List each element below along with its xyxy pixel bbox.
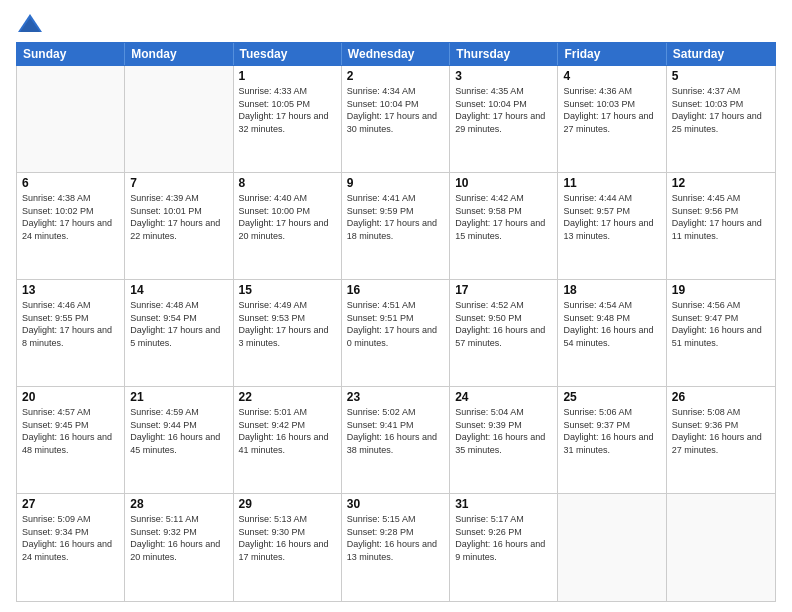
day-number: 13 bbox=[22, 283, 119, 297]
day-number: 28 bbox=[130, 497, 227, 511]
day-number: 26 bbox=[672, 390, 770, 404]
day-cell-18: 18Sunrise: 4:54 AMSunset: 9:48 PMDayligh… bbox=[558, 280, 666, 386]
day-number: 18 bbox=[563, 283, 660, 297]
day-number: 19 bbox=[672, 283, 770, 297]
week-row-4: 20Sunrise: 4:57 AMSunset: 9:45 PMDayligh… bbox=[17, 387, 775, 494]
day-info: Sunrise: 5:01 AMSunset: 9:42 PMDaylight:… bbox=[239, 406, 336, 456]
day-info: Sunrise: 5:06 AMSunset: 9:37 PMDaylight:… bbox=[563, 406, 660, 456]
day-number: 7 bbox=[130, 176, 227, 190]
week-row-5: 27Sunrise: 5:09 AMSunset: 9:34 PMDayligh… bbox=[17, 494, 775, 601]
day-cell-31: 31Sunrise: 5:17 AMSunset: 9:26 PMDayligh… bbox=[450, 494, 558, 601]
day-number: 21 bbox=[130, 390, 227, 404]
empty-cell bbox=[17, 66, 125, 172]
day-number: 10 bbox=[455, 176, 552, 190]
day-cell-9: 9Sunrise: 4:41 AMSunset: 9:59 PMDaylight… bbox=[342, 173, 450, 279]
day-cell-15: 15Sunrise: 4:49 AMSunset: 9:53 PMDayligh… bbox=[234, 280, 342, 386]
empty-cell bbox=[558, 494, 666, 601]
day-info: Sunrise: 5:13 AMSunset: 9:30 PMDaylight:… bbox=[239, 513, 336, 563]
day-cell-2: 2Sunrise: 4:34 AMSunset: 10:04 PMDayligh… bbox=[342, 66, 450, 172]
day-cell-16: 16Sunrise: 4:51 AMSunset: 9:51 PMDayligh… bbox=[342, 280, 450, 386]
day-cell-5: 5Sunrise: 4:37 AMSunset: 10:03 PMDayligh… bbox=[667, 66, 775, 172]
day-cell-23: 23Sunrise: 5:02 AMSunset: 9:41 PMDayligh… bbox=[342, 387, 450, 493]
day-info: Sunrise: 4:51 AMSunset: 9:51 PMDaylight:… bbox=[347, 299, 444, 349]
day-cell-6: 6Sunrise: 4:38 AMSunset: 10:02 PMDayligh… bbox=[17, 173, 125, 279]
day-cell-28: 28Sunrise: 5:11 AMSunset: 9:32 PMDayligh… bbox=[125, 494, 233, 601]
day-number: 4 bbox=[563, 69, 660, 83]
day-number: 12 bbox=[672, 176, 770, 190]
day-info: Sunrise: 4:40 AMSunset: 10:00 PMDaylight… bbox=[239, 192, 336, 242]
day-cell-4: 4Sunrise: 4:36 AMSunset: 10:03 PMDayligh… bbox=[558, 66, 666, 172]
day-number: 23 bbox=[347, 390, 444, 404]
day-cell-17: 17Sunrise: 4:52 AMSunset: 9:50 PMDayligh… bbox=[450, 280, 558, 386]
calendar-header: SundayMondayTuesdayWednesdayThursdayFrid… bbox=[16, 42, 776, 66]
day-number: 17 bbox=[455, 283, 552, 297]
day-info: Sunrise: 4:49 AMSunset: 9:53 PMDaylight:… bbox=[239, 299, 336, 349]
day-cell-26: 26Sunrise: 5:08 AMSunset: 9:36 PMDayligh… bbox=[667, 387, 775, 493]
day-cell-29: 29Sunrise: 5:13 AMSunset: 9:30 PMDayligh… bbox=[234, 494, 342, 601]
day-cell-14: 14Sunrise: 4:48 AMSunset: 9:54 PMDayligh… bbox=[125, 280, 233, 386]
day-info: Sunrise: 4:41 AMSunset: 9:59 PMDaylight:… bbox=[347, 192, 444, 242]
day-info: Sunrise: 4:38 AMSunset: 10:02 PMDaylight… bbox=[22, 192, 119, 242]
day-cell-21: 21Sunrise: 4:59 AMSunset: 9:44 PMDayligh… bbox=[125, 387, 233, 493]
day-cell-10: 10Sunrise: 4:42 AMSunset: 9:58 PMDayligh… bbox=[450, 173, 558, 279]
empty-cell bbox=[125, 66, 233, 172]
day-info: Sunrise: 4:33 AMSunset: 10:05 PMDaylight… bbox=[239, 85, 336, 135]
day-number: 22 bbox=[239, 390, 336, 404]
day-info: Sunrise: 4:37 AMSunset: 10:03 PMDaylight… bbox=[672, 85, 770, 135]
day-info: Sunrise: 4:46 AMSunset: 9:55 PMDaylight:… bbox=[22, 299, 119, 349]
day-cell-7: 7Sunrise: 4:39 AMSunset: 10:01 PMDayligh… bbox=[125, 173, 233, 279]
day-cell-20: 20Sunrise: 4:57 AMSunset: 9:45 PMDayligh… bbox=[17, 387, 125, 493]
day-info: Sunrise: 4:45 AMSunset: 9:56 PMDaylight:… bbox=[672, 192, 770, 242]
calendar: SundayMondayTuesdayWednesdayThursdayFrid… bbox=[16, 42, 776, 602]
header-cell-saturday: Saturday bbox=[667, 43, 775, 65]
day-number: 1 bbox=[239, 69, 336, 83]
day-number: 8 bbox=[239, 176, 336, 190]
day-number: 31 bbox=[455, 497, 552, 511]
day-cell-22: 22Sunrise: 5:01 AMSunset: 9:42 PMDayligh… bbox=[234, 387, 342, 493]
header-cell-friday: Friday bbox=[558, 43, 666, 65]
day-info: Sunrise: 4:44 AMSunset: 9:57 PMDaylight:… bbox=[563, 192, 660, 242]
day-info: Sunrise: 4:39 AMSunset: 10:01 PMDaylight… bbox=[130, 192, 227, 242]
day-info: Sunrise: 4:52 AMSunset: 9:50 PMDaylight:… bbox=[455, 299, 552, 349]
day-cell-27: 27Sunrise: 5:09 AMSunset: 9:34 PMDayligh… bbox=[17, 494, 125, 601]
day-info: Sunrise: 4:48 AMSunset: 9:54 PMDaylight:… bbox=[130, 299, 227, 349]
day-number: 3 bbox=[455, 69, 552, 83]
day-cell-1: 1Sunrise: 4:33 AMSunset: 10:05 PMDayligh… bbox=[234, 66, 342, 172]
day-info: Sunrise: 5:17 AMSunset: 9:26 PMDaylight:… bbox=[455, 513, 552, 563]
day-info: Sunrise: 4:56 AMSunset: 9:47 PMDaylight:… bbox=[672, 299, 770, 349]
day-cell-8: 8Sunrise: 4:40 AMSunset: 10:00 PMDayligh… bbox=[234, 173, 342, 279]
day-info: Sunrise: 4:34 AMSunset: 10:04 PMDaylight… bbox=[347, 85, 444, 135]
header-cell-sunday: Sunday bbox=[17, 43, 125, 65]
day-number: 20 bbox=[22, 390, 119, 404]
day-number: 5 bbox=[672, 69, 770, 83]
day-info: Sunrise: 4:42 AMSunset: 9:58 PMDaylight:… bbox=[455, 192, 552, 242]
header-cell-thursday: Thursday bbox=[450, 43, 558, 65]
day-info: Sunrise: 5:08 AMSunset: 9:36 PMDaylight:… bbox=[672, 406, 770, 456]
day-info: Sunrise: 4:35 AMSunset: 10:04 PMDaylight… bbox=[455, 85, 552, 135]
day-number: 29 bbox=[239, 497, 336, 511]
day-info: Sunrise: 4:36 AMSunset: 10:03 PMDaylight… bbox=[563, 85, 660, 135]
day-number: 27 bbox=[22, 497, 119, 511]
logo-icon bbox=[16, 10, 44, 38]
day-number: 15 bbox=[239, 283, 336, 297]
day-cell-13: 13Sunrise: 4:46 AMSunset: 9:55 PMDayligh… bbox=[17, 280, 125, 386]
header bbox=[16, 10, 776, 38]
day-info: Sunrise: 5:04 AMSunset: 9:39 PMDaylight:… bbox=[455, 406, 552, 456]
day-cell-30: 30Sunrise: 5:15 AMSunset: 9:28 PMDayligh… bbox=[342, 494, 450, 601]
day-number: 11 bbox=[563, 176, 660, 190]
header-cell-wednesday: Wednesday bbox=[342, 43, 450, 65]
page: SundayMondayTuesdayWednesdayThursdayFrid… bbox=[0, 0, 792, 612]
day-cell-3: 3Sunrise: 4:35 AMSunset: 10:04 PMDayligh… bbox=[450, 66, 558, 172]
day-number: 14 bbox=[130, 283, 227, 297]
day-info: Sunrise: 5:15 AMSunset: 9:28 PMDaylight:… bbox=[347, 513, 444, 563]
day-info: Sunrise: 4:59 AMSunset: 9:44 PMDaylight:… bbox=[130, 406, 227, 456]
header-cell-monday: Monday bbox=[125, 43, 233, 65]
day-number: 2 bbox=[347, 69, 444, 83]
calendar-body: 1Sunrise: 4:33 AMSunset: 10:05 PMDayligh… bbox=[16, 66, 776, 602]
day-number: 25 bbox=[563, 390, 660, 404]
day-info: Sunrise: 4:57 AMSunset: 9:45 PMDaylight:… bbox=[22, 406, 119, 456]
day-cell-11: 11Sunrise: 4:44 AMSunset: 9:57 PMDayligh… bbox=[558, 173, 666, 279]
week-row-1: 1Sunrise: 4:33 AMSunset: 10:05 PMDayligh… bbox=[17, 66, 775, 173]
day-info: Sunrise: 5:09 AMSunset: 9:34 PMDaylight:… bbox=[22, 513, 119, 563]
week-row-3: 13Sunrise: 4:46 AMSunset: 9:55 PMDayligh… bbox=[17, 280, 775, 387]
